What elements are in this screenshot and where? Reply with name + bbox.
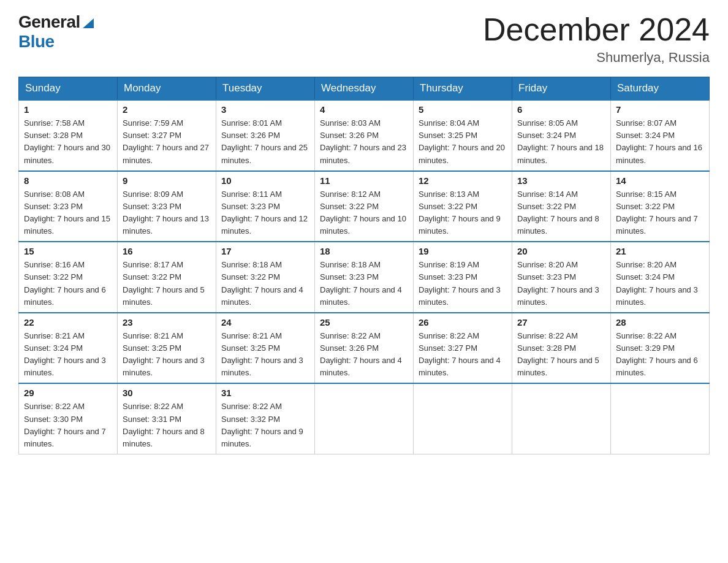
table-row: 29 Sunrise: 8:22 AMSunset: 3:30 PMDaylig… <box>19 383 118 454</box>
table-row: 1 Sunrise: 7:58 AMSunset: 3:28 PMDayligh… <box>19 100 118 171</box>
day-info: Sunrise: 8:16 AMSunset: 3:22 PMDaylight:… <box>24 259 112 308</box>
day-info: Sunrise: 8:21 AMSunset: 3:25 PMDaylight:… <box>123 330 211 380</box>
table-row: 12 Sunrise: 8:13 AMSunset: 3:22 PMDaylig… <box>414 171 512 242</box>
header-tuesday: Tuesday <box>216 77 315 101</box>
logo: General Blue <box>18 12 95 52</box>
day-info: Sunrise: 8:13 AMSunset: 3:22 PMDaylight:… <box>419 188 507 238</box>
calendar-header-row: Sunday Monday Tuesday Wednesday Thursday… <box>19 77 710 101</box>
day-info: Sunrise: 7:59 AMSunset: 3:27 PMDaylight:… <box>123 117 211 167</box>
table-row: 27 Sunrise: 8:22 AMSunset: 3:28 PMDaylig… <box>512 313 611 384</box>
day-number: 31 <box>221 388 309 398</box>
day-number: 1 <box>24 104 112 115</box>
header-monday: Monday <box>118 77 216 101</box>
table-row: 13 Sunrise: 8:14 AMSunset: 3:22 PMDaylig… <box>512 171 611 242</box>
day-info: Sunrise: 8:09 AMSunset: 3:23 PMDaylight:… <box>123 188 211 238</box>
table-row: 15 Sunrise: 8:16 AMSunset: 3:22 PMDaylig… <box>19 242 118 313</box>
calendar-week-row: 8 Sunrise: 8:08 AMSunset: 3:23 PMDayligh… <box>19 171 710 242</box>
table-row: 14 Sunrise: 8:15 AMSunset: 3:22 PMDaylig… <box>611 171 710 242</box>
table-row: 2 Sunrise: 7:59 AMSunset: 3:27 PMDayligh… <box>118 100 216 171</box>
table-row <box>414 383 512 454</box>
day-info: Sunrise: 8:14 AMSunset: 3:22 PMDaylight:… <box>517 188 605 238</box>
day-info: Sunrise: 8:22 AMSunset: 3:32 PMDaylight:… <box>221 400 309 450</box>
day-number: 21 <box>616 246 704 256</box>
table-row <box>512 383 611 454</box>
day-number: 8 <box>24 175 112 186</box>
table-row: 4 Sunrise: 8:03 AMSunset: 3:26 PMDayligh… <box>315 100 414 171</box>
day-number: 22 <box>24 317 112 327</box>
logo-triangle-icon <box>82 16 95 29</box>
day-number: 19 <box>419 246 507 256</box>
day-number: 6 <box>517 104 605 115</box>
calendar-table: Sunday Monday Tuesday Wednesday Thursday… <box>18 77 710 454</box>
day-number: 23 <box>123 317 211 327</box>
table-row: 18 Sunrise: 8:18 AMSunset: 3:23 PMDaylig… <box>315 242 414 313</box>
day-info: Sunrise: 8:22 AMSunset: 3:28 PMDaylight:… <box>517 330 605 380</box>
header-thursday: Thursday <box>414 77 512 101</box>
day-number: 29 <box>24 388 112 398</box>
day-info: Sunrise: 8:18 AMSunset: 3:23 PMDaylight:… <box>320 259 408 308</box>
table-row: 16 Sunrise: 8:17 AMSunset: 3:22 PMDaylig… <box>118 242 216 313</box>
table-row: 6 Sunrise: 8:05 AMSunset: 3:24 PMDayligh… <box>512 100 611 171</box>
day-info: Sunrise: 8:15 AMSunset: 3:22 PMDaylight:… <box>616 188 704 238</box>
table-row: 21 Sunrise: 8:20 AMSunset: 3:24 PMDaylig… <box>611 242 710 313</box>
day-number: 3 <box>221 104 309 115</box>
table-row: 22 Sunrise: 8:21 AMSunset: 3:24 PMDaylig… <box>19 313 118 384</box>
header-friday: Friday <box>512 77 611 101</box>
table-row: 17 Sunrise: 8:18 AMSunset: 3:22 PMDaylig… <box>216 242 315 313</box>
calendar-week-row: 15 Sunrise: 8:16 AMSunset: 3:22 PMDaylig… <box>19 242 710 313</box>
day-number: 4 <box>320 104 408 115</box>
day-number: 25 <box>320 317 408 327</box>
table-row: 9 Sunrise: 8:09 AMSunset: 3:23 PMDayligh… <box>118 171 216 242</box>
day-info: Sunrise: 8:20 AMSunset: 3:24 PMDaylight:… <box>616 259 704 308</box>
table-row: 20 Sunrise: 8:20 AMSunset: 3:23 PMDaylig… <box>512 242 611 313</box>
day-info: Sunrise: 8:12 AMSunset: 3:22 PMDaylight:… <box>320 188 408 238</box>
day-info: Sunrise: 8:04 AMSunset: 3:25 PMDaylight:… <box>419 117 507 167</box>
day-number: 10 <box>221 175 309 186</box>
table-row: 19 Sunrise: 8:19 AMSunset: 3:23 PMDaylig… <box>414 242 512 313</box>
day-number: 7 <box>616 104 704 115</box>
table-row <box>315 383 414 454</box>
day-number: 27 <box>517 317 605 327</box>
logo-blue-text: Blue <box>18 32 55 52</box>
table-row: 10 Sunrise: 8:11 AMSunset: 3:23 PMDaylig… <box>216 171 315 242</box>
day-info: Sunrise: 8:03 AMSunset: 3:26 PMDaylight:… <box>320 117 408 167</box>
calendar-week-row: 29 Sunrise: 8:22 AMSunset: 3:30 PMDaylig… <box>19 383 710 454</box>
day-number: 2 <box>123 104 211 115</box>
location: Shumerlya, Russia <box>483 50 710 66</box>
table-row: 26 Sunrise: 8:22 AMSunset: 3:27 PMDaylig… <box>414 313 512 384</box>
day-number: 26 <box>419 317 507 327</box>
header-sunday: Sunday <box>19 77 118 101</box>
header-saturday: Saturday <box>611 77 710 101</box>
day-info: Sunrise: 8:01 AMSunset: 3:26 PMDaylight:… <box>221 117 309 167</box>
table-row: 24 Sunrise: 8:21 AMSunset: 3:25 PMDaylig… <box>216 313 315 384</box>
table-row: 7 Sunrise: 8:07 AMSunset: 3:24 PMDayligh… <box>611 100 710 171</box>
table-row: 25 Sunrise: 8:22 AMSunset: 3:26 PMDaylig… <box>315 313 414 384</box>
day-number: 5 <box>419 104 507 115</box>
table-row: 28 Sunrise: 8:22 AMSunset: 3:29 PMDaylig… <box>611 313 710 384</box>
day-info: Sunrise: 8:20 AMSunset: 3:23 PMDaylight:… <box>517 259 605 308</box>
title-block: December 2024 Shumerlya, Russia <box>483 12 710 66</box>
day-info: Sunrise: 8:22 AMSunset: 3:26 PMDaylight:… <box>320 330 408 380</box>
day-info: Sunrise: 8:18 AMSunset: 3:22 PMDaylight:… <box>221 259 309 308</box>
day-number: 20 <box>517 246 605 256</box>
day-number: 18 <box>320 246 408 256</box>
table-row: 3 Sunrise: 8:01 AMSunset: 3:26 PMDayligh… <box>216 100 315 171</box>
day-number: 17 <box>221 246 309 256</box>
day-number: 9 <box>123 175 211 186</box>
table-row <box>611 383 710 454</box>
table-row: 5 Sunrise: 8:04 AMSunset: 3:25 PMDayligh… <box>414 100 512 171</box>
day-info: Sunrise: 8:22 AMSunset: 3:30 PMDaylight:… <box>24 400 112 450</box>
header: General Blue December 2024 Shumerlya, Ru… <box>18 12 710 66</box>
day-info: Sunrise: 8:11 AMSunset: 3:23 PMDaylight:… <box>221 188 309 238</box>
day-number: 30 <box>123 388 211 398</box>
month-title: December 2024 <box>483 12 710 47</box>
table-row: 30 Sunrise: 8:22 AMSunset: 3:31 PMDaylig… <box>118 383 216 454</box>
day-number: 16 <box>123 246 211 256</box>
day-number: 13 <box>517 175 605 186</box>
table-row: 23 Sunrise: 8:21 AMSunset: 3:25 PMDaylig… <box>118 313 216 384</box>
day-info: Sunrise: 8:22 AMSunset: 3:31 PMDaylight:… <box>123 400 211 450</box>
table-row: 8 Sunrise: 8:08 AMSunset: 3:23 PMDayligh… <box>19 171 118 242</box>
calendar-week-row: 1 Sunrise: 7:58 AMSunset: 3:28 PMDayligh… <box>19 100 710 171</box>
day-number: 24 <box>221 317 309 327</box>
day-info: Sunrise: 8:21 AMSunset: 3:24 PMDaylight:… <box>24 330 112 380</box>
